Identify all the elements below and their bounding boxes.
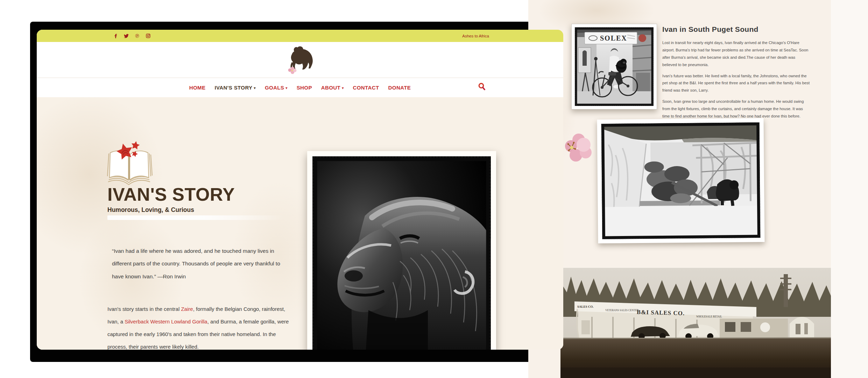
solex-bike-photo: SOLEX	[571, 24, 657, 109]
wholesale-sign-text: WHOLESALE RETAIL	[696, 315, 722, 318]
chevron-down-icon: ▾	[254, 86, 256, 90]
nav-contact[interactable]: CONTACT	[353, 85, 379, 91]
nav-goals[interactable]: GOALS▾	[265, 85, 288, 91]
solex-banner-text: SOLEX	[600, 34, 627, 42]
zaire-link[interactable]: Zaire	[181, 306, 193, 312]
main-navigation: HOME IVAN'S STORY▾ GOALS▾ SHOP ABOUT▾ CO…	[37, 78, 563, 97]
instagram-icon[interactable]	[146, 34, 150, 38]
browser-window: ℗ Ashes to Africa HOME IVAN'S STORY▾ GOA…	[37, 30, 563, 350]
gorilla-logo[interactable]	[283, 45, 317, 75]
nav-home[interactable]: HOME	[189, 85, 206, 91]
paragraph: Lost in transit for nearly eight days, I…	[662, 39, 811, 69]
ron-irwin-quote: “Ivan had a life where he was adored, an…	[112, 245, 289, 283]
page-content: IVAN'S STORY Humorous, Loving, & Curious…	[37, 97, 563, 350]
page-subtitle: Humorous, Loving, & Curious	[107, 206, 194, 214]
ashes-to-africa-link[interactable]: Ashes to Africa	[462, 34, 489, 38]
logo-band	[37, 42, 563, 78]
twitter-icon[interactable]	[124, 34, 129, 38]
nav-shop[interactable]: SHOP	[297, 85, 312, 91]
pinterest-icon[interactable]: ℗	[135, 34, 140, 38]
section-heading: Ivan in South Puget Sound	[662, 25, 816, 34]
highlight-bar	[107, 215, 284, 220]
social-icons: ℗	[113, 34, 150, 38]
store-sign-left-text: SALES CO.	[577, 305, 594, 308]
veterans-sign-text: VETERANS SALES CENTER	[605, 309, 638, 312]
pink-flower-decoration	[562, 131, 595, 167]
search-icon[interactable]	[478, 83, 486, 92]
nav-donate[interactable]: DONATE	[388, 85, 411, 91]
south-puget-section: SOLEX	[528, 0, 831, 378]
gorilla-portrait-photo	[307, 151, 496, 350]
facebook-icon[interactable]	[113, 34, 118, 38]
page-title: IVAN'S STORY	[107, 184, 235, 205]
top-utility-bar: ℗ Ashes to Africa	[37, 30, 563, 42]
paragraph: Soon, Ivan grew too large and uncontroll…	[662, 98, 811, 120]
section-body: Lost in transit for nearly eight days, I…	[662, 39, 811, 124]
page-background-strip	[831, 0, 868, 378]
store-sign-text: B&I SALES CO.	[637, 309, 685, 317]
b-and-i-storefront-photo: B&I SALES CO. SALES CO. VETERANS SALES C…	[560, 268, 831, 378]
story-paragraph: Ivan's story starts in the central Zaire…	[107, 303, 292, 350]
book-with-stars-icon	[103, 141, 156, 189]
silverback-link[interactable]: Silverback Western Lowland Gorilla	[125, 319, 207, 324]
paragraph: Ivan's future was better. He lived with …	[662, 72, 811, 94]
nav-about[interactable]: ABOUT▾	[321, 85, 344, 91]
chevron-down-icon: ▾	[342, 86, 344, 90]
enclosure-photo	[597, 118, 764, 243]
chevron-down-icon: ▾	[285, 86, 287, 90]
nav-ivans-story[interactable]: IVAN'S STORY▾	[214, 85, 256, 91]
